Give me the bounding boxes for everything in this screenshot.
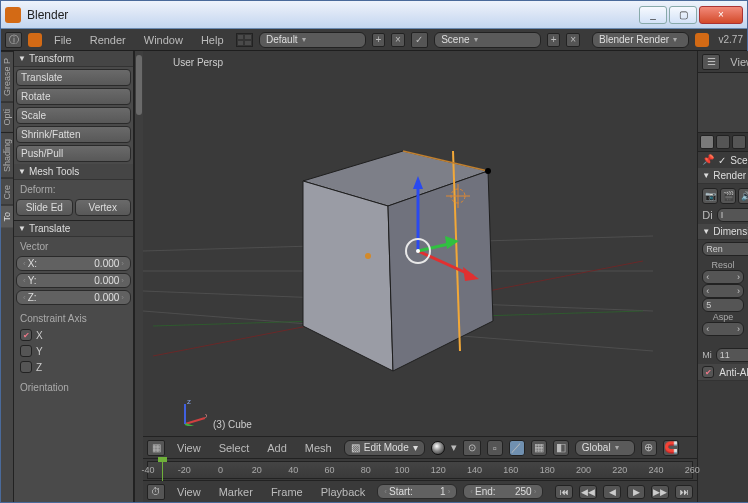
next-keyframe-button[interactable]: ▶▶ (651, 485, 669, 499)
vp-menu-select[interactable]: Select (213, 440, 256, 456)
mode-dropdown[interactable]: ▧ Edit Mode▾ (344, 440, 425, 456)
start-frame-field[interactable]: ‹Start:1› (377, 484, 457, 499)
active-object-label: (3) Cube (213, 419, 252, 430)
vp-menu-mesh[interactable]: Mesh (299, 440, 338, 456)
constraint-y-checkbox[interactable]: Y (16, 344, 131, 358)
scene-dropdown[interactable]: Scene▾ (434, 32, 541, 48)
vp-menu-add[interactable]: Add (261, 440, 293, 456)
display-label: Di (702, 209, 712, 221)
menu-window[interactable]: Window (138, 32, 189, 48)
tab-shading[interactable]: Shading (1, 132, 13, 178)
timeline-menu-frame[interactable]: Frame (265, 484, 309, 500)
constraint-z-checkbox[interactable]: Z (16, 360, 131, 374)
3d-viewport[interactable]: User Persp (143, 51, 697, 436)
face-select-toggle[interactable]: ▦ (531, 440, 547, 456)
slide-edge-button[interactable]: Slide Ed (16, 199, 73, 216)
tab-create[interactable]: Cre (1, 178, 13, 206)
audio-button[interactable]: 🔊 (738, 188, 748, 204)
translate-button[interactable]: Translate (16, 69, 131, 86)
tab-options[interactable]: Opti (1, 102, 13, 132)
delete-scene-button[interactable]: × (566, 33, 580, 47)
timeline-menu-view[interactable]: View (171, 484, 207, 500)
rotate-button[interactable]: Rotate (16, 88, 131, 105)
close-button[interactable]: × (699, 6, 743, 24)
editor-type-icon[interactable]: ⓘ (5, 32, 22, 48)
res-y-field[interactable]: ‹› (702, 284, 744, 298)
menu-render[interactable]: Render (84, 32, 132, 48)
antialias-checkbox[interactable]: ✔ (702, 366, 714, 378)
timeline-tick: 20 (252, 465, 262, 475)
edge-select-toggle[interactable]: ／ (509, 440, 525, 456)
menu-file[interactable]: File (48, 32, 78, 48)
play-button[interactable]: ▶ (627, 485, 645, 499)
sample-field[interactable]: 11 (716, 348, 748, 362)
toolshelf-scrollbar[interactable] (134, 51, 143, 502)
mesh-tools-header[interactable]: ▼ Mesh Tools (14, 164, 133, 180)
render-layers-tab-icon[interactable] (716, 135, 730, 149)
editor-type-timeline-icon[interactable]: ⏱ (147, 484, 165, 500)
screen-layout-dropdown[interactable]: Default▾ (259, 32, 366, 48)
minimize-button[interactable]: _ (639, 6, 667, 24)
shading-mode-dropdown[interactable] (431, 441, 445, 455)
jump-start-button[interactable]: ⏮ (555, 485, 573, 499)
editor-type-3dview-icon[interactable]: ▦ (147, 440, 165, 456)
timeline-playhead[interactable] (162, 459, 163, 481)
antialias-panel-header[interactable]: ✔ Anti-Alia (698, 364, 748, 381)
menu-help[interactable]: Help (195, 32, 230, 48)
timeline-tick: 60 (324, 465, 334, 475)
play-reverse-button[interactable]: ◀ (603, 485, 621, 499)
render-panel-header[interactable]: ▼Render (698, 168, 748, 184)
add-scene-button[interactable]: + (547, 33, 561, 47)
shrink-fatten-button[interactable]: Shrink/Fatten (16, 126, 131, 143)
vector-x-field[interactable]: ‹X:0.000› (16, 256, 131, 271)
tab-tools[interactable]: To (1, 205, 13, 228)
vertex-slide-button[interactable]: Vertex (75, 199, 132, 216)
chevron-down-icon: ▾ (451, 441, 457, 454)
vector-y-field[interactable]: ‹Y:0.000› (16, 273, 131, 288)
timeline-menu-playback[interactable]: Playback (315, 484, 372, 500)
orientation-dropdown[interactable]: Global▾ (575, 440, 635, 456)
tab-grease-pencil[interactable]: Grease P (1, 51, 13, 102)
maximize-button[interactable]: ▢ (669, 6, 697, 24)
push-pull-button[interactable]: Push/Pull (16, 145, 131, 162)
aspect-x-field[interactable]: ‹› (702, 322, 744, 336)
vector-z-field[interactable]: ‹Z:0.000› (16, 290, 131, 305)
render-preset-dropdown[interactable]: Ren▾ (702, 242, 748, 256)
dimensions-panel-header[interactable]: ▼Dimensions (698, 224, 748, 240)
add-screen-button[interactable]: + (372, 33, 386, 47)
scale-button[interactable]: Scale (16, 107, 131, 124)
transform-panel-header[interactable]: ▼ Transform (14, 51, 133, 67)
res-x-field[interactable]: ‹› (702, 270, 744, 284)
snap-toggle[interactable]: 🧲 (663, 440, 679, 456)
scene-browse-icon[interactable]: ✓ (411, 32, 428, 48)
editor-type-outliner-icon[interactable]: ☰ (702, 54, 720, 70)
end-frame-field[interactable]: ‹End:250› (463, 484, 543, 499)
timeline-ruler[interactable]: -40-200204060801001201401601802002202402… (147, 461, 693, 479)
version-label: v2.77 (719, 34, 743, 45)
3dview-header: ▦ View Select Add Mesh ▧ Edit Mode▾ ▾ ⊙ … (143, 436, 697, 458)
constraint-x-checkbox[interactable]: ✔X (16, 328, 131, 342)
prev-keyframe-button[interactable]: ◀◀ (579, 485, 597, 499)
res-pct-field[interactable]: 5 (702, 298, 744, 312)
render-engine-dropdown[interactable]: Blender Render▾ (592, 32, 689, 48)
display-mode-dropdown[interactable]: I▾ (717, 208, 748, 222)
timeline-tick: 220 (612, 465, 627, 475)
vp-menu-view[interactable]: View (171, 440, 207, 456)
animation-button[interactable]: 🎬 (720, 188, 736, 204)
outliner-area[interactable] (698, 73, 748, 133)
vertex-select-toggle[interactable]: ▫ (487, 440, 503, 456)
svg-point-19 (416, 249, 420, 253)
operator-panel-header[interactable]: ▼ Translate (14, 221, 133, 237)
delete-screen-button[interactable]: × (391, 33, 405, 47)
pin-icon[interactable]: 📌 (702, 154, 714, 166)
back-to-previous-icon[interactable] (236, 33, 253, 47)
manipulator-toggle[interactable]: ⊕ (641, 440, 657, 456)
outliner-view-menu[interactable]: View (724, 54, 748, 70)
timeline-menu-marker[interactable]: Marker (213, 484, 259, 500)
render-tab-icon[interactable] (700, 135, 714, 149)
render-button[interactable]: 📷 (702, 188, 718, 204)
jump-end-button[interactable]: ⏭ (675, 485, 693, 499)
limit-selection-toggle[interactable]: ◧ (553, 440, 569, 456)
pivot-dropdown[interactable]: ⊙ (463, 440, 481, 456)
scene-tab-icon[interactable] (732, 135, 746, 149)
